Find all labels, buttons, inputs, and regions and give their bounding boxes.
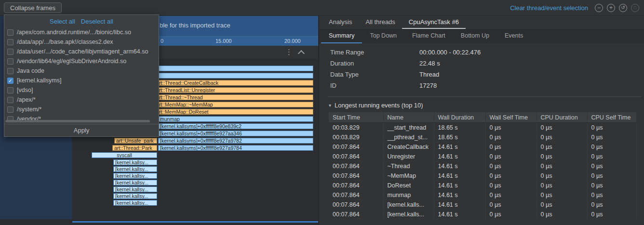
col-wall-duration[interactable]: Wall Duration	[434, 112, 485, 123]
table-row[interactable]: 00:03.829 __pthread_st... 18.65 s 0 µs 0…	[329, 132, 636, 142]
flame-bar[interactable]: munmap	[158, 116, 313, 122]
module-filter-item[interactable]: /apex/*	[4, 95, 159, 105]
field-value: 22.48 s	[419, 60, 440, 67]
col-cpu-duration[interactable]: CPU Duration	[537, 112, 587, 123]
flame-bar[interactable]: syscall	[92, 152, 157, 158]
checkbox-icon[interactable]	[7, 49, 13, 55]
flame-bar[interactable]: art::Unsafe_park	[114, 138, 157, 144]
flame-bar[interactable]: art::MemMap::DoReset	[154, 109, 313, 115]
flame-bar[interactable]: [kernel.kallsy...	[113, 180, 157, 185]
checkbox-checked-icon[interactable]	[7, 78, 13, 84]
table-row[interactable]: 00:07.864 ~Thread 14.61 s 0 µs 0 µs 0 µs	[329, 161, 636, 171]
ruler-tick: 20.000	[284, 38, 301, 44]
ruler-tick: 15.000	[215, 38, 232, 44]
flame-bar[interactable]: [kernel.kallsyms]+0xffffff8e90e839c2	[158, 123, 313, 129]
module-filter-item[interactable]: [vdso]	[4, 85, 159, 95]
flame-bar[interactable]: [kernel.kallsy...	[113, 186, 157, 192]
flame-bar[interactable]: [kernel.kallsyms]+0xffffff8e927a9784	[158, 145, 313, 151]
cell: ~MemMap	[383, 171, 434, 181]
reset-zoom-icon[interactable]	[619, 4, 627, 12]
flame-bar[interactable]: art::ThreadList::Unregister	[154, 87, 313, 93]
cell: 0 µs	[537, 152, 587, 161]
module-filter-label: [vdso]	[17, 87, 33, 93]
deselect-all-link[interactable]: Deselect all	[81, 18, 113, 25]
table-row[interactable]: 00:03.829 __start_thread 18.65 s 0 µs 0 …	[329, 123, 636, 132]
module-filter-item[interactable]: /data/app/.../base.apk!/classes2.dex	[4, 37, 159, 47]
table-row[interactable]: 00:07.864 ~MemMap 14.61 s 0 µs 0 µs 0 µs	[329, 171, 636, 181]
subtab-top-down[interactable]: Top Down	[362, 29, 404, 43]
cell: 14.61 s	[434, 161, 485, 171]
timeline-scrollbar[interactable]	[72, 221, 318, 223]
subtab-flame-chart[interactable]: Flame Chart	[404, 29, 453, 43]
tab-all-threads[interactable]: All threads	[359, 16, 402, 29]
module-filter-item[interactable]: /vendor/lib64/egl/eglSubDriverAndroid.so	[4, 56, 159, 66]
flame-bar[interactable]: art::Thread::Park	[112, 145, 157, 151]
cell: 00:07.864	[329, 210, 383, 219]
table-row[interactable]: 00:07.864 Unregister 14.61 s 0 µs 0 µs 0…	[329, 152, 636, 161]
cell: 00:07.864	[329, 142, 383, 152]
tab-analysis[interactable]: Analysis	[322, 16, 359, 29]
checkbox-icon[interactable]	[7, 97, 13, 103]
module-filter-item[interactable]: Java code	[4, 66, 159, 76]
inspector-tabs: Analysis All threads CpuAsyncTask #6	[319, 16, 644, 29]
flame-bar[interactable]: [kernel.kallsyms]+0xffffff8e927a9782	[158, 138, 313, 144]
checkbox-icon[interactable]	[7, 68, 13, 74]
flame-bar[interactable]: [kernel.kallsy...	[113, 200, 157, 206]
table-row[interactable]: 00:07.864 munmap 14.61 s 0 µs 0 µs 0 µs	[329, 190, 636, 200]
checkbox-icon[interactable]	[7, 29, 13, 36]
field-time-range: Time Range 00:00.000 - 00:22.476	[330, 47, 481, 58]
subtab-summary[interactable]: Summary	[321, 29, 362, 43]
flame-bar[interactable]: art::Thread::~Thread	[154, 94, 313, 100]
flame-bar[interactable]: [kernel.kallsy...	[113, 166, 157, 172]
flame-bar[interactable]: [kernel.kallsy...	[113, 173, 157, 179]
cell: 14.61 s	[434, 171, 485, 181]
module-filter-item[interactable]: /apex/com.android.runtime/.../bionic/lib…	[4, 27, 159, 37]
flame-bar[interactable]: art::Thread::CreateCallback	[154, 80, 313, 86]
col-name[interactable]: Name	[383, 112, 434, 123]
zoom-in-icon[interactable]	[607, 4, 615, 12]
popup-links: Select all Deselect all	[4, 15, 159, 27]
flame-bar[interactable]: art::MemMap::~MemMap	[154, 102, 313, 107]
table-row[interactable]: 00:07.864 [kernel.kalls... 14.61 s 0 µs …	[329, 200, 636, 210]
flame-bar[interactable]: [kernel.kallsy...	[113, 159, 157, 165]
scrollbar-thumb[interactable]	[5, 120, 150, 122]
cell: 14.61 s	[434, 190, 485, 200]
select-all-link[interactable]: Select all	[50, 18, 75, 25]
more-options-icon[interactable]	[285, 48, 293, 56]
cell: 00:07.864	[329, 152, 383, 161]
collapse-frames-button[interactable]: Collapse frames	[4, 2, 62, 13]
checkbox-icon[interactable]	[7, 39, 13, 45]
table-row[interactable]: 00:07.864 CreateCallback 14.61 s 0 µs 0 …	[329, 142, 636, 152]
col-cpu-self-time[interactable]: CPU Self Time	[587, 112, 636, 123]
cell: munmap	[383, 190, 434, 200]
subtab-bottom-up[interactable]: Bottom Up	[453, 29, 497, 43]
cell: 0 µs	[537, 171, 587, 181]
col-wall-self-time[interactable]: Wall Self Time	[485, 112, 537, 123]
cell: 00:03.829	[329, 123, 383, 132]
table-row[interactable]: 00:07.864 DoReset 14.61 s 0 µs 0 µs 0 µs	[329, 181, 636, 190]
popup-horizontal-scrollbar[interactable]	[5, 120, 158, 123]
module-filter-item[interactable]: /system/*	[4, 105, 159, 114]
clear-selection-link[interactable]: Clear thread/event selection	[510, 4, 588, 12]
col-start-time[interactable]: Start Time	[329, 112, 383, 123]
zoom-out-icon[interactable]	[595, 4, 603, 12]
field-label: Duration	[330, 60, 419, 67]
module-filter-item[interactable]: /data/user/.../code_cache/libjvmtiagent_…	[4, 47, 159, 56]
cell: 14.61 s	[434, 210, 485, 219]
field-label: Data Type	[330, 71, 419, 78]
module-filter-item[interactable]: [kernel.kallsyms]	[4, 76, 159, 85]
table-row[interactable]: 00:07.864 [kernel.kalls... 14.61 s 0 µs …	[329, 210, 636, 219]
flame-bar[interactable]: [kernel.kallsyms]+0xffffff8e927aa346	[158, 131, 313, 136]
cell: 0 µs	[587, 161, 636, 171]
checkbox-icon[interactable]	[7, 58, 13, 65]
cell: 0 µs	[587, 200, 636, 210]
flame-bar[interactable]: [kernel.kallsy...	[113, 193, 157, 199]
checkbox-icon[interactable]	[7, 87, 13, 93]
checkbox-icon[interactable]	[7, 106, 13, 113]
subtab-events[interactable]: Events	[497, 29, 531, 43]
events-section-header[interactable]: Longest running events (top 10)	[329, 100, 423, 110]
tab-cpuasynctask-6[interactable]: CpuAsyncTask #6	[402, 16, 466, 29]
apply-button[interactable]: Apply	[4, 124, 159, 136]
cell: 14.61 s	[434, 181, 485, 190]
collapse-track-icon[interactable]	[298, 50, 305, 57]
